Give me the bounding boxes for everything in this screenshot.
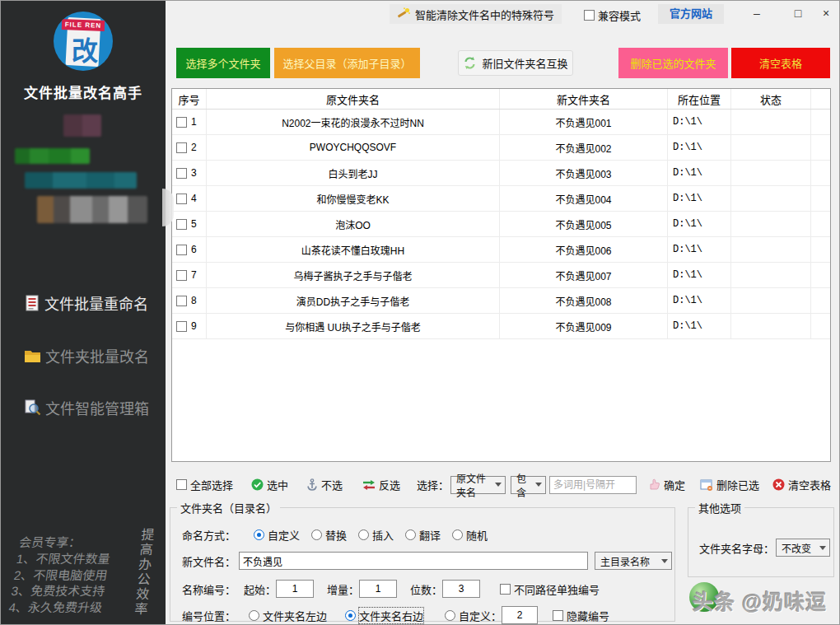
method-custom[interactable]: 自定义: [254, 527, 300, 543]
method-insert-label: 插入: [372, 527, 394, 543]
row-filler: [811, 263, 830, 287]
row-filler: [811, 135, 830, 160]
increment-label: 增量：: [327, 581, 359, 597]
start-input[interactable]: [276, 580, 314, 598]
compat-mode-toggle[interactable]: 兼容模式: [584, 7, 641, 23]
dir-name-dropdown[interactable]: 主目录名称: [595, 552, 672, 570]
vertical-slogan: 提高办公效率: [128, 528, 156, 625]
swap-names-button[interactable]: 新旧文件夹名互换: [458, 50, 573, 76]
pick-button[interactable]: 选中: [251, 477, 288, 492]
radio-icon[interactable]: [254, 529, 264, 540]
row-checkbox[interactable]: [176, 245, 187, 255]
digits-input[interactable]: [442, 580, 480, 598]
table-row[interactable]: 4 和你慢慢变老KK 不负遇见004 D:\1\: [172, 186, 830, 212]
row-number: 5: [191, 218, 197, 230]
select-parent-dir-button[interactable]: 选择父目录（添加子目录）: [274, 48, 420, 78]
radio-icon[interactable]: [445, 610, 455, 621]
radio-icon[interactable]: [311, 529, 322, 540]
row-filler: [811, 110, 830, 134]
confirm-label: 确定: [664, 477, 685, 492]
hide-number-toggle[interactable]: 隐藏编号: [553, 608, 609, 623]
select-all-checkbox[interactable]: [176, 479, 187, 490]
radio-icon[interactable]: [452, 529, 463, 540]
row-status: [731, 237, 811, 262]
row-number: 9: [191, 320, 197, 332]
row-new-name: 不负遇见009: [500, 314, 668, 338]
check-circle-icon: [251, 478, 264, 491]
position-custom-option[interactable]: 自定义：: [445, 608, 502, 623]
compat-mode-checkbox[interactable]: [584, 10, 595, 21]
row-checkbox[interactable]: [176, 194, 187, 204]
app-window: FILE REN 改 文件批量改名高手 文件批量重命名 文件夹批量改名 文件智能…: [0, 0, 840, 625]
table-row[interactable]: 7 乌梅子酱执子之手与子偕老 不负遇见007 D:\1\: [172, 263, 830, 288]
row-checkbox[interactable]: [176, 117, 187, 128]
newname-input[interactable]: [239, 552, 588, 570]
row-checkbox[interactable]: [176, 142, 187, 153]
smart-clean-button[interactable]: 智能清除文件名中的特殊符号: [390, 4, 562, 24]
sidebar-item-file-batch-rename[interactable]: 文件批量重命名: [24, 292, 148, 314]
method-insert[interactable]: 插入: [358, 527, 394, 543]
row-number: 6: [191, 244, 197, 255]
select-folders-button[interactable]: 选择多个文件夹: [176, 48, 270, 78]
keyword-input[interactable]: [549, 476, 637, 494]
position-custom-input[interactable]: [502, 606, 538, 624]
table-row[interactable]: 3 白头到老JJ 不负遇见003 D:\1\: [172, 161, 830, 186]
row-location: D:\1\: [668, 186, 731, 211]
row-location: D:\1\: [668, 314, 731, 338]
delete-selected-folders-button[interactable]: 删除已选的文件夹: [618, 48, 728, 78]
filter-field-dropdown[interactable]: 原文件夹名: [450, 476, 506, 494]
sidebar-item-smart-file-manager[interactable]: 文件智能管理箱: [24, 397, 149, 418]
radio-icon[interactable]: [405, 529, 416, 540]
radio-icon[interactable]: [358, 529, 369, 540]
select-all-toggle[interactable]: 全部选择: [176, 477, 233, 492]
row-checkbox[interactable]: [176, 219, 187, 230]
start-label: 起始：: [244, 581, 276, 597]
method-replace[interactable]: 替换: [311, 527, 347, 543]
method-random[interactable]: 随机: [452, 527, 488, 543]
sidebar-item-label: 文件夹批量改名: [45, 345, 149, 366]
position-right-option[interactable]: 文件夹名右边: [345, 608, 423, 623]
select-all-label: 全部选择: [190, 477, 233, 492]
table-row[interactable]: 6 山茶花读不懂白玫瑰HH 不负遇见006 D:\1\: [172, 237, 830, 263]
confirm-button[interactable]: 确定: [648, 477, 685, 492]
table-header-row: 序号 原文件夹名 新文件夹名 所在位置 状态: [172, 89, 830, 110]
row-checkbox[interactable]: [176, 321, 187, 332]
position-left-option[interactable]: 文件夹名左边: [249, 608, 327, 623]
membership-promo: 会员专享： 1、不限文件数量 2、不限电脑使用 3、免费技术支持 4、永久免费升…: [7, 534, 114, 616]
official-site-link[interactable]: 官方网站: [658, 4, 724, 24]
letter-case-dropdown[interactable]: 不改变: [776, 539, 830, 557]
sidebar-item-folder-batch-rename[interactable]: 文件夹批量改名: [24, 345, 149, 366]
row-checkbox[interactable]: [176, 168, 187, 179]
per-path-checkbox[interactable]: [500, 584, 511, 595]
hide-number-checkbox[interactable]: [553, 610, 563, 621]
invert-selection-button[interactable]: 反选: [362, 477, 400, 492]
unpick-button[interactable]: 不选: [306, 477, 343, 492]
table-row[interactable]: 9 与你相遇 UU执子之手与子偕老 不负遇见009 D:\1\: [172, 314, 830, 339]
row-filler: [811, 212, 830, 236]
close-button[interactable]: ×: [810, 1, 840, 26]
delete-selected-button[interactable]: 删除已选: [700, 477, 759, 492]
row-checkbox[interactable]: [176, 296, 187, 306]
table-row[interactable]: 2 PWOYCHQQSOVF 不负遇见002 D:\1\: [172, 135, 830, 161]
method-translate[interactable]: 翻译: [405, 527, 441, 543]
radio-icon[interactable]: [249, 610, 259, 621]
watermark: 头条 @奶味逗: [689, 577, 838, 620]
table-row[interactable]: 8 演员DD执子之手与子偕老 不负遇见008 D:\1\: [172, 288, 830, 314]
header-new-name: 新文件夹名: [500, 89, 668, 109]
promo-line: 2、不限电脑使用: [12, 567, 108, 584]
row-checkbox[interactable]: [176, 270, 187, 281]
increment-input[interactable]: [359, 580, 397, 598]
table-row[interactable]: 1 N2002一束花的浪漫永不过时NN 不负遇见001 D:\1\: [172, 110, 830, 135]
sidebar-collapse-handle[interactable]: [162, 189, 174, 226]
clear-table-button[interactable]: 清空表格: [731, 48, 830, 78]
row-number: 2: [191, 142, 197, 153]
swap-recycle-icon: [463, 56, 477, 70]
red-x-circle-icon: [772, 478, 785, 491]
per-path-numbering-toggle[interactable]: 不同路径单独编号: [500, 581, 600, 597]
minimize-button[interactable]: –: [740, 1, 773, 26]
table-row[interactable]: 5 泡沫OO 不负遇见005 D:\1\: [172, 212, 830, 237]
filter-mode-dropdown[interactable]: 包含: [511, 476, 546, 494]
clear-table-small-button[interactable]: 清空表格: [772, 477, 831, 492]
titlebar: 智能清除文件名中的特殊符号 兼容模式 官方网站 – □ ×: [166, 1, 840, 27]
radio-icon[interactable]: [345, 610, 356, 621]
